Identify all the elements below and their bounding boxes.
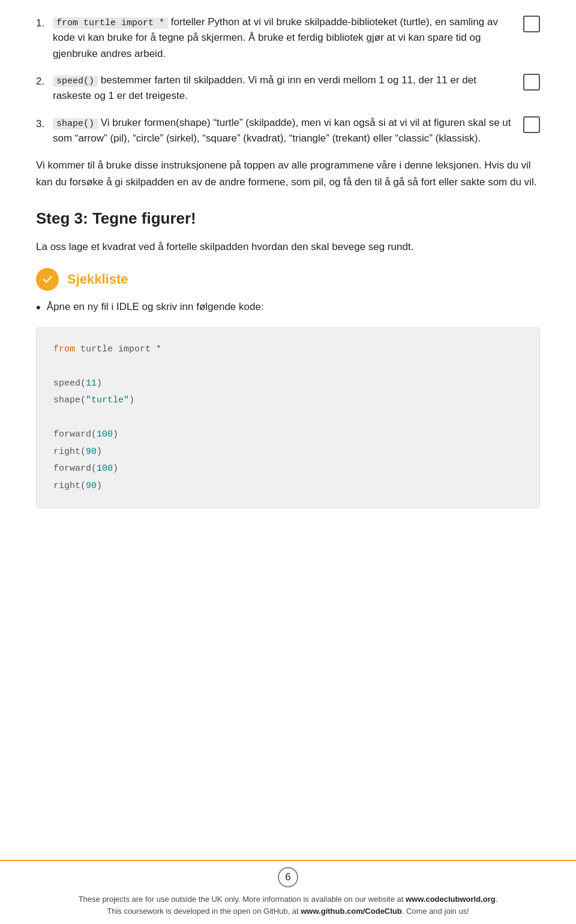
- footer-link-1[interactable]: www.codeclubworld.org: [406, 895, 496, 904]
- code-line-1: from turtle import *: [53, 341, 523, 359]
- item-text-3: Vi bruker formen(shape) “turtle” (skilpa…: [53, 117, 511, 144]
- page-footer: 6 These projects are for use outside the…: [0, 860, 576, 924]
- footer-text-2b: . Come and join us!: [402, 907, 469, 916]
- list-item-3: 3. shape() Vi bruker formen(shape) “turt…: [36, 115, 540, 147]
- footer-text-1a: These projects are for use outside the U…: [79, 895, 406, 904]
- item-body-1: from turtle import * forteller Python at…: [53, 14, 512, 62]
- item-body-2: speed() bestemmer farten til skilpadden.…: [53, 73, 512, 104]
- footer-text-1b: .: [496, 895, 498, 904]
- checklist-title: Sjekkliste: [67, 269, 128, 289]
- paragraph-1: Vi kommer til å bruke disse instruksjone…: [36, 157, 540, 189]
- code-inline-1: from turtle import *: [53, 17, 168, 29]
- bullet-list: • Åpne en ny fil i IDLE og skriv inn føl…: [36, 299, 540, 317]
- item-number-3: 3.: [36, 115, 53, 132]
- checklist-header: Sjekkliste: [36, 268, 540, 291]
- footer-link-2[interactable]: www.github.com/CodeClub: [301, 907, 402, 916]
- code-line-right1: right(90): [53, 444, 523, 461]
- code-line-shape: shape("turtle"): [53, 392, 523, 410]
- code-line-right2: right(90): [53, 478, 523, 495]
- code-inline-3: shape(): [53, 118, 98, 130]
- code-line-forward2: forward(100): [53, 461, 523, 478]
- code-text-turtle: turtle import *: [75, 344, 161, 354]
- page-content: 1. from turtle import * forteller Python…: [0, 0, 576, 567]
- checkbox-2[interactable]: [523, 74, 540, 91]
- code-num-11a: 11: [86, 378, 97, 389]
- code-num-100a: 100: [97, 429, 113, 440]
- footer-line-1: These projects are for use outside the U…: [24, 893, 552, 905]
- bullet-dot-1: •: [36, 299, 41, 317]
- item-number-1: 1.: [36, 14, 53, 31]
- code-str-turtle: "turtle": [86, 395, 129, 405]
- numbered-list: 1. from turtle import * forteller Python…: [36, 14, 540, 146]
- bullet-text-1: Åpne en ny fil i IDLE og skriv inn følge…: [47, 299, 264, 315]
- page-number-container: 6: [24, 867, 552, 891]
- checklist-icon: [36, 268, 59, 291]
- footer-text-2a: This coursework is developed in the open…: [107, 907, 301, 916]
- item-body-3: shape() Vi bruker formen(shape) “turtle”…: [53, 115, 512, 147]
- code-block: from turtle import * speed(11) shape("tu…: [36, 327, 540, 509]
- code-inline-2: speed(): [53, 76, 98, 87]
- checkmark-icon: [41, 273, 54, 286]
- page-number: 6: [278, 867, 298, 887]
- code-line-speed: speed(11): [53, 375, 523, 393]
- item-number-2: 2.: [36, 73, 53, 89]
- checkbox-3[interactable]: [523, 116, 540, 133]
- section-heading: Steg 3: Tegne figurer!: [36, 207, 540, 230]
- code-num-90b: 90: [86, 481, 97, 491]
- code-num-90a: 90: [86, 447, 97, 457]
- section-intro: La oss lage et kvadrat ved å fortelle sk…: [36, 239, 540, 255]
- code-num-100b: 100: [97, 463, 113, 474]
- code-line-forward1: forward(100): [53, 426, 523, 444]
- item-text-2: bestemmer farten til skilpadden. Vi må g…: [53, 74, 476, 101]
- checkbox-1[interactable]: [523, 16, 540, 32]
- code-line-blank-2: [53, 410, 523, 427]
- list-item-1: 1. from turtle import * forteller Python…: [36, 14, 540, 62]
- footer-line-2: This coursework is developed in the open…: [24, 905, 552, 917]
- code-line-blank-1: [53, 358, 523, 375]
- code-keyword-from: from: [53, 344, 75, 354]
- list-item-2: 2. speed() bestemmer farten til skilpadd…: [36, 73, 540, 104]
- bullet-item-1: • Åpne en ny fil i IDLE og skriv inn føl…: [36, 299, 540, 317]
